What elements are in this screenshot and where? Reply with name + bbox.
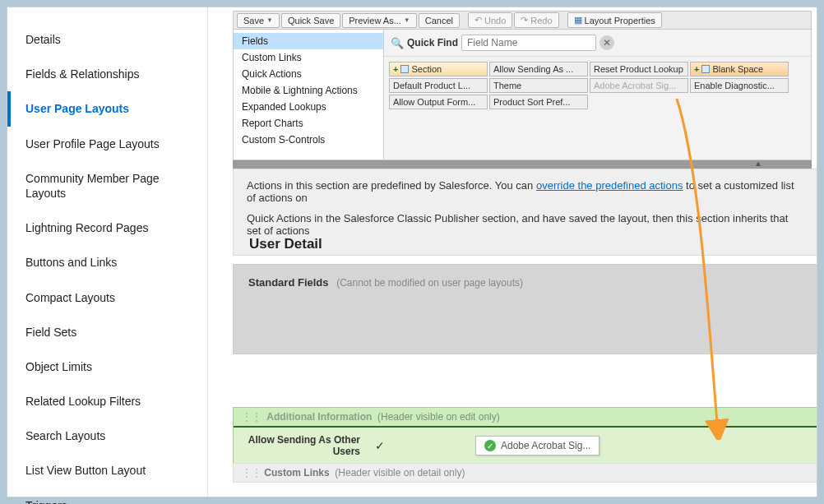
palette-category-list: Fields Custom Links Quick Actions Mobile… — [234, 30, 384, 160]
palette-chip-product-sort-pref[interactable]: Product Sort Pref... — [489, 95, 588, 109]
layout-toolbar: Save▼ Quick Save Preview As...▼ Cancel ↶… — [233, 11, 812, 29]
sidebar-item-related-lookup-filters[interactable]: Related Lookup Filters — [7, 384, 207, 418]
undo-icon: ↶ — [474, 15, 482, 25]
field-palette: Fields Custom Links Quick Actions Mobile… — [233, 29, 812, 160]
dropdown-icon: ▼ — [266, 16, 273, 24]
dropped-field-adobe-acrobat-sig[interactable]: ✓ Adobe Acrobat Sig... — [475, 436, 599, 455]
palette-chip-grid: +Section Allow Sending As ... Reset Prod… — [384, 57, 811, 114]
palette-chip-theme[interactable]: Theme — [489, 78, 588, 93]
quick-find-row: 🔍 Quick Find ✕ — [384, 30, 811, 57]
add-icon: + — [694, 64, 699, 74]
undo-button[interactable]: ↶Undo — [468, 12, 512, 28]
blank-space-icon — [701, 65, 710, 73]
palette-category-fields[interactable]: Fields — [234, 33, 383, 49]
allow-sending-as-other-users-label: Allow Sending As Other Users — [243, 434, 375, 458]
sidebar-item-community-member-page-layouts[interactable]: Community Member Page Layouts — [7, 161, 207, 210]
palette-category-quick-actions[interactable]: Quick Actions — [234, 66, 383, 82]
setup-sidebar: Details Fields & Relationships User Page… — [7, 7, 208, 497]
layout-editor: Save▼ Quick Save Preview As...▼ Cancel ↶… — [208, 7, 817, 497]
add-icon: + — [393, 64, 398, 74]
sidebar-item-list-view-button-layout[interactable]: List View Button Layout — [7, 453, 207, 488]
redo-button[interactable]: ↷Redo — [514, 12, 558, 28]
quick-find-input[interactable] — [461, 35, 596, 51]
redo-icon: ↷ — [521, 15, 528, 25]
palette-category-custom-s-controls[interactable]: Custom S-Controls — [234, 132, 383, 148]
standard-fields-note: (Cannot be modified on user page layouts… — [336, 277, 523, 289]
properties-icon: ▦ — [574, 15, 582, 25]
caret-up-icon: ▲ — [754, 159, 762, 168]
palette-chip-enable-diagnostic[interactable]: Enable Diagnostic... — [690, 78, 789, 93]
layout-properties-button[interactable]: ▦Layout Properties — [567, 12, 662, 28]
palette-category-report-charts[interactable]: Report Charts — [234, 115, 383, 132]
search-icon: 🔍 — [391, 37, 404, 49]
palette-category-mobile-lightning-actions[interactable]: Mobile & Lightning Actions — [234, 82, 383, 99]
sidebar-item-buttons-and-links[interactable]: Buttons and Links — [7, 245, 207, 280]
palette-chip-allow-sending-as[interactable]: Allow Sending As ... — [489, 62, 588, 76]
custom-links-section-header: ⋮⋮ Custom Links (Header visible on detai… — [233, 463, 817, 483]
standard-fields-section: Standard Fields (Cannot be modified on u… — [233, 264, 817, 354]
palette-splitter[interactable]: ▲ — [233, 160, 812, 169]
additional-information-header: ⋮⋮ Additional Information (Header visibl… — [234, 408, 817, 428]
section-icon — [400, 65, 409, 73]
sidebar-item-field-sets[interactable]: Field Sets — [7, 315, 207, 349]
quick-find-clear-icon[interactable]: ✕ — [599, 35, 614, 50]
palette-category-expanded-lookups[interactable]: Expanded Lookups — [234, 99, 383, 115]
sidebar-item-fields-relationships[interactable]: Fields & Relationships — [7, 57, 207, 91]
sidebar-item-user-profile-page-layouts[interactable]: User Profile Page Layouts — [7, 127, 207, 161]
cancel-button[interactable]: Cancel — [419, 13, 460, 28]
quick-save-button[interactable]: Quick Save — [281, 13, 340, 28]
drag-grip-icon: ⋮⋮ — [242, 467, 262, 479]
palette-chip-blank-space[interactable]: +Blank Space — [690, 62, 789, 76]
user-detail-heading: User Detail — [249, 236, 322, 252]
palette-category-custom-links[interactable]: Custom Links — [234, 49, 383, 66]
standard-fields-title: Standard Fields — [248, 276, 329, 289]
palette-chip-default-product-l[interactable]: Default Product L... — [389, 78, 488, 93]
palette-chip-section[interactable]: +Section — [389, 62, 488, 76]
palette-chip-adobe-acrobat-sig[interactable]: Adobe Acrobat Sig... — [590, 78, 688, 93]
sidebar-item-details[interactable]: Details — [7, 22, 207, 57]
palette-chip-reset-product-lookup[interactable]: Reset Product Lookup — [590, 62, 688, 76]
preview-as-button[interactable]: Preview As...▼ — [342, 13, 417, 28]
save-button[interactable]: Save▼ — [237, 13, 280, 28]
sidebar-item-lightning-record-pages[interactable]: Lightning Record Pages — [7, 210, 207, 245]
additional-information-section[interactable]: ⋮⋮ Additional Information (Header visibl… — [233, 407, 817, 465]
sidebar-item-object-limits[interactable]: Object Limits — [7, 349, 207, 384]
quick-find-label: Quick Find — [407, 37, 458, 49]
override-predefined-actions-link[interactable]: override the predefined actions — [536, 179, 683, 192]
sidebar-item-user-page-layouts[interactable]: User Page Layouts — [7, 91, 207, 126]
palette-chip-allow-output-form[interactable]: Allow Output Form... — [389, 95, 488, 109]
check-circle-icon: ✓ — [484, 440, 496, 451]
drag-grip-icon: ⋮⋮ — [242, 411, 262, 423]
allow-sending-checked-icon: ✓ — [375, 439, 385, 452]
sidebar-item-compact-layouts[interactable]: Compact Layouts — [7, 280, 207, 315]
dropdown-icon: ▼ — [404, 16, 410, 24]
sidebar-item-search-layouts[interactable]: Search Layouts — [7, 418, 207, 453]
sidebar-item-triggers[interactable]: Triggers — [7, 488, 207, 504]
